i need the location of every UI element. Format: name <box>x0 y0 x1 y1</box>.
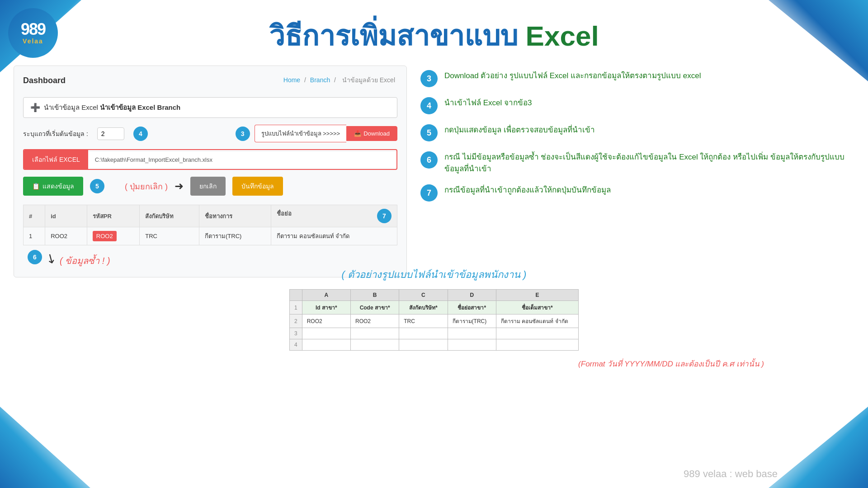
instruction-item-6: 6 กรณี ไม่มีข้อมูลหรือข้อมูลซ้ำ ช่องจะเป… <box>420 151 854 174</box>
file-select-button[interactable]: เลือกไฟล์ EXCEL <box>24 150 88 169</box>
excel-rownum-3: 3 <box>290 328 302 339</box>
badge-4: 4 <box>133 127 148 141</box>
col-official-name: ชื่อทางการ <box>199 205 271 227</box>
breadcrumb-sep2: / <box>334 76 336 84</box>
cell-id: ROO2 <box>45 227 87 245</box>
col-id: id <box>45 205 87 227</box>
excel-cell-2c: TRC <box>399 314 448 328</box>
cell-company: TRC <box>140 227 199 245</box>
cell-official: กีตาราม(TRC) <box>199 227 271 245</box>
step-circle-6: 6 <box>420 151 438 169</box>
excel-cell-4c <box>399 339 448 351</box>
breadcrumb: Home / Branch / นำข้อมูลด้วย Excel <box>283 75 397 85</box>
page-title: วิธีการเพิ่มสาขาแบบ Excel <box>0 14 868 58</box>
excel-col-d: D <box>448 290 496 301</box>
download-button[interactable]: 📥 Download <box>346 126 397 141</box>
step-circle-7: 7 <box>420 184 438 202</box>
download-icon: 📥 <box>354 130 361 137</box>
excel-cell-3e <box>496 328 578 339</box>
excel-corner <box>290 290 302 301</box>
cell-short: กีตาราม คอนซัลแตนท์ จำกัด <box>271 227 397 245</box>
corner-decoration-bl <box>0 407 90 488</box>
data-table: # id รหัสPR สังกัดบริษัท ชื่อทางการ ชื่อ… <box>23 205 397 245</box>
excel-cell-4e <box>496 339 578 351</box>
footer-brand: 989 velaa : web base <box>684 468 778 480</box>
badge-7: 7 <box>377 209 392 223</box>
import-header: ➕ นำเข้าข้อมูล Excel นำเข้าข้อมูล Excel … <box>23 97 397 118</box>
step-circle-3: 3 <box>420 70 438 87</box>
bottom-section: ( ตัวอย่างรูปแบบไฟล์นำเข้าข้อมูลพนักงาน … <box>14 267 854 370</box>
excel-rownum-4: 4 <box>290 339 302 351</box>
excel-cell-4d <box>448 339 496 351</box>
instruction-item-5: 5 กดปุ่มแสดงข้อมูล เพื่อตรวจสอบข้อมูลที่… <box>420 124 854 141</box>
logo-brand: Velaa <box>23 38 43 45</box>
col-short-name: ชื่อย่อ 7 <box>271 205 397 227</box>
show-data-icon: 📋 <box>32 183 40 190</box>
excel-col-header-row: A B C D E <box>290 290 579 301</box>
excel-col-b: B <box>350 290 399 301</box>
excel-header-e: ชื่อเต็มสาขา* <box>496 301 578 314</box>
instruction-text-3: Download ตัวอย่าง รูปแบบไฟล์ Excel และกร… <box>444 70 701 82</box>
arrow-right-icon: ➜ <box>175 180 184 192</box>
format-note: (Format วันที่ YYYY/MM/DD และต้องเป็นปี … <box>14 357 854 370</box>
cancel-annotation: ( ปุ่มยกเลิก ) <box>125 180 168 193</box>
excel-cell-2a: ROO2 <box>302 314 350 328</box>
badge-3-left: 3 <box>236 127 250 141</box>
excel-header-a: Id สาขา* <box>302 301 350 314</box>
instruction-text-5: กดปุ่มแสดงข้อมูล เพื่อตรวจสอบข้อมูลที่นำ… <box>444 124 595 136</box>
instruction-item-7: 7 กรณีข้อมูลที่นำเข้าถูกต้องแล้วให้กดปุ่… <box>420 184 854 202</box>
page-title-part1: วิธีการเพิ่มสาขาแบบ <box>269 20 525 52</box>
show-data-button[interactable]: 📋 แสดงข้อมูล <box>23 177 83 196</box>
excel-preview-table: A B C D E 1 Id สาขา* Code สาขา* สังกัดบร… <box>289 289 579 351</box>
instruction-text-6: กรณี ไม่มีข้อมูลหรือข้อมูลซ้ำ ช่องจะเป็น… <box>444 151 854 174</box>
cell-code-pr: ROO2 <box>87 227 140 245</box>
breadcrumb-branch[interactable]: Branch <box>310 76 330 84</box>
excel-cell-2b: ROO2 <box>350 314 399 328</box>
excel-cell-2d: กีตาราม(TRC) <box>448 314 496 328</box>
excel-data-row-3: 3 <box>290 328 579 339</box>
excel-header-d: ชื่อย่อสาขา* <box>448 301 496 314</box>
instruction-item-4: 4 นำเข้าไฟล์ Excel จากข้อ3 <box>420 97 854 114</box>
excel-data-row-2: 2 ROO2 ROO2 TRC กีตาราม(TRC) กีตาราม คอน… <box>290 314 579 328</box>
excel-header-row: 1 Id สาขา* Code สาขา* สังกัดบริษัท* ชื่อ… <box>290 301 579 314</box>
excel-cell-3c <box>399 328 448 339</box>
duplicate-cell: ROO2 <box>93 231 117 241</box>
instruction-text-4: นำเข้าไฟล์ Excel จากข้อ3 <box>444 97 532 109</box>
page-title-part2: Excel <box>526 20 599 52</box>
action-row: 📋 แสดงข้อมูล 5 ( ปุ่มยกเลิก ) ➜ ยกเลิก บ… <box>23 177 397 196</box>
excel-cell-2e: กีตาราม คอนซัลแตนท์ จำกัด <box>496 314 578 328</box>
example-label: ( ตัวอย่างรูปแบบไฟล์นำเข้าข้อมูลพนักงาน … <box>14 267 854 282</box>
excel-col-e: E <box>496 290 578 301</box>
dashboard-panel: Dashboard Home / Branch / นำข้อมูลด้วย E… <box>14 66 407 277</box>
import-title: นำเข้าข้อมูล Excel นำเข้าข้อมูล Excel Br… <box>44 102 180 113</box>
excel-cell-4b <box>350 339 399 351</box>
instruction-item-3: 3 Download ตัวอย่าง รูปแบบไฟล์ Excel และ… <box>420 70 854 87</box>
logo-number: 989 <box>21 21 45 38</box>
col-company: สังกัดบริษัท <box>140 205 199 227</box>
col-code-pr: รหัสPR <box>87 205 140 227</box>
breadcrumb-home[interactable]: Home <box>283 76 300 84</box>
excel-header-c: สังกัดบริษัท* <box>399 301 448 314</box>
excel-cell-3d <box>448 328 496 339</box>
file-select-row: เลือกไฟล์ EXCEL C:\fakepath\Format_Impor… <box>23 149 397 170</box>
excel-cell-3b <box>350 328 399 339</box>
download-label: รูปแบบไฟล์นำเข้าข้อมูล >>>>> <box>255 125 347 142</box>
col-hash: # <box>24 205 45 227</box>
excel-cell-3a <box>302 328 350 339</box>
cancel-button[interactable]: ยกเลิก <box>190 177 226 196</box>
start-row-label: ระบุแถวที่เริ่มต้นข้อมูล : <box>23 129 88 139</box>
excel-data-row-4: 4 <box>290 339 579 351</box>
start-row-input[interactable] <box>97 127 124 140</box>
cell-num: 1 <box>24 227 45 245</box>
excel-col-a: A <box>302 290 350 301</box>
badge-5: 5 <box>90 179 104 193</box>
save-button[interactable]: บันทึกข้อมูล <box>232 177 283 196</box>
breadcrumb-sep1: / <box>304 76 306 84</box>
dashboard-title: Dashboard <box>23 76 66 85</box>
logo: 989 Velaa <box>8 8 62 58</box>
file-path-display: C:\fakepath\Format_ImportExcel_branch.xl… <box>88 152 396 168</box>
breadcrumb-current: นำข้อมูลด้วย Excel <box>342 76 395 84</box>
excel-col-c: C <box>399 290 448 301</box>
duplicate-annotation: ( ข้อมูลซ้ำ ! ) <box>60 253 110 268</box>
corner-decoration-br <box>769 407 868 488</box>
